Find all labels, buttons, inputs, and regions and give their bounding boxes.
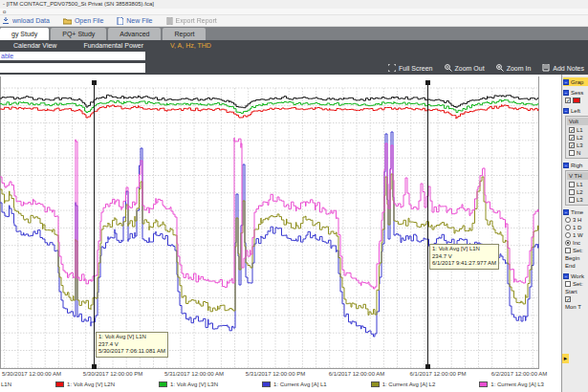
legend-item[interactable]: 1: Current Avg [A] L3 — [479, 381, 544, 387]
main-toolbar: wnload DataOpen FileNew FileExport Repor… — [0, 15, 588, 27]
view-button-label: Full Screen — [399, 65, 432, 72]
checkbox[interactable] — [569, 197, 575, 203]
x-tick-label: 6/2/2017 12:00:00 AM — [491, 371, 548, 377]
legend-item[interactable]: 1: Current Avg [A] L1 — [262, 381, 327, 387]
toolbar-button-label: New File — [126, 17, 152, 24]
collapse-icon[interactable]: − — [563, 108, 569, 114]
sidebar-row: Begin — [565, 254, 588, 262]
radio-button[interactable] — [565, 240, 571, 246]
zoom-in-icon — [496, 64, 504, 72]
section-header-sess[interactable]: −Sess — [563, 88, 588, 97]
window-title: - [ITM CONTACT_PDV07500_St Privat (SN 38… — [0, 0, 588, 9]
legend-swatch — [479, 381, 488, 387]
nav-item-fundamental-power[interactable]: Fundamental Power — [70, 42, 157, 49]
row-label: Begin — [565, 255, 579, 261]
sidebar-row: Inc — [565, 239, 588, 247]
panel-title: Volt — [567, 118, 588, 125]
checkbox[interactable]: ✓ — [565, 98, 571, 103]
tab-pq-study[interactable]: PQ+ Study — [51, 28, 106, 40]
radio-button[interactable] — [565, 232, 571, 238]
table-link[interactable]: able — [0, 52, 145, 60]
tab-report[interactable]: Report — [163, 28, 206, 40]
wnload-data-button[interactable]: wnload Data — [2, 17, 50, 25]
toolbar-button-label: Open File — [75, 17, 103, 24]
chart-view-toolbar: Full ScreenZoom OutZoom InAdd Notes — [388, 61, 584, 75]
download-icon — [2, 17, 10, 25]
checkbox[interactable]: ✓ — [569, 127, 575, 133]
section-label: Work — [571, 273, 584, 279]
x-tick-label: 6/1/2017 12:00:00 PM — [409, 371, 466, 377]
row-label: Set: — [573, 281, 583, 287]
zoom-out-button[interactable]: Zoom Out — [445, 64, 485, 72]
collapse-icon[interactable]: − — [563, 79, 569, 85]
channel-row: L2 — [569, 188, 588, 196]
cursor-top-handle[interactable] — [425, 80, 430, 85]
nav-item-calendar-view[interactable]: Calendar View — [0, 42, 70, 49]
channel-label: L3 — [577, 142, 583, 148]
section-label: Grap — [571, 79, 583, 85]
sidebar-content: −Grap−Sess✓−LeftVolt✓L1✓L2✓L3N−RighV THL… — [562, 75, 588, 311]
legend-swatch — [55, 381, 64, 387]
filter-bar-2: Full ScreenZoom OutZoom InAdd Notes — [0, 61, 588, 75]
new-file-button[interactable]: New File — [117, 17, 152, 25]
section-header-grap[interactable]: −Grap — [563, 77, 588, 86]
legend-item[interactable]: 1: Volt Avg [V] L3N — [159, 381, 218, 387]
collapse-icon[interactable]: − — [563, 273, 569, 279]
session-color-swatch — [573, 98, 580, 103]
panel-expand-handle[interactable]: ► — [562, 354, 569, 363]
checkbox[interactable]: ✓ — [569, 135, 575, 141]
tab-gy-study[interactable]: gy Study — [0, 28, 49, 40]
checkbox[interactable] — [569, 182, 575, 187]
tooltip-line: 1: Volt Avg [V] L1N — [98, 334, 165, 341]
add-notes-button[interactable]: Add Notes — [542, 64, 584, 72]
collapse-icon[interactable]: − — [563, 163, 569, 168]
checkbox[interactable]: ✓ — [569, 142, 575, 148]
section-header-work[interactable]: −Work — [563, 272, 588, 280]
legend-label: 1: Volt Avg [V] L2N — [67, 381, 115, 387]
legend-swatch — [262, 381, 271, 387]
cursor-1[interactable] — [94, 82, 95, 368]
legend-label: L1N — [1, 381, 11, 387]
section-header-righ[interactable]: −Righ — [563, 161, 588, 169]
time-series-plot[interactable] — [0, 75, 561, 392]
sidebar-row: End — [565, 262, 588, 270]
full-screen-icon — [388, 64, 396, 72]
tab-strip: gy StudyPQ+ StudyAdvancedReport — [0, 27, 588, 40]
tab-advanced[interactable]: Advanced — [108, 28, 161, 40]
radio-button[interactable] — [565, 217, 571, 223]
legend-item[interactable]: L1N — [1, 381, 11, 387]
checkbox[interactable] — [569, 189, 575, 195]
collapse-icon[interactable]: − — [563, 90, 569, 96]
checkbox[interactable]: ✓ — [565, 296, 571, 302]
filter-input[interactable] — [0, 63, 145, 73]
cursor-2[interactable] — [427, 82, 428, 368]
collapse-icon[interactable]: − — [563, 209, 569, 215]
row-label: Start — [565, 289, 577, 294]
cursor-top-handle[interactable] — [92, 80, 97, 85]
section-header-left[interactable]: −Left — [563, 106, 588, 115]
x-axis-tick-labels: 5/30/2017 12:00:00 AM5/30/2017 12:00:00 … — [0, 371, 561, 379]
nav-item-v-a-hz-thd[interactable]: V, A, Hz, THD — [157, 42, 225, 49]
sidebar-row: Set: — [565, 247, 588, 254]
cursor-bottom-handle[interactable] — [92, 364, 97, 369]
legend-item[interactable]: 1: Volt Avg [V] L2N — [55, 381, 115, 387]
radio-button[interactable] — [565, 225, 571, 230]
zoom-in-button[interactable]: Zoom In — [496, 64, 532, 72]
checkbox[interactable] — [569, 150, 575, 156]
channel-label: L3 — [577, 197, 583, 203]
legend-label: 1: Volt Avg [V] L3N — [170, 381, 218, 387]
cursor-bottom-handle[interactable] — [425, 364, 430, 369]
add-notes-icon — [542, 64, 550, 72]
channel-label: N — [577, 150, 580, 156]
menu-bar[interactable]: o — [0, 9, 588, 15]
section-header-time[interactable]: −Time — [563, 207, 588, 216]
open-file-button[interactable]: Open File — [63, 17, 103, 25]
new-file-icon — [117, 17, 123, 25]
cursor-tooltip-1: 1: Volt Avg [V] L1N237.4 V5/30/2017 7:06… — [96, 332, 168, 358]
legend-item[interactable]: 1: Current Avg [A] L2 — [371, 381, 436, 387]
checkbox[interactable] — [565, 281, 571, 287]
checkbox[interactable] — [565, 248, 571, 253]
sidebar-row: Mon T — [565, 303, 588, 311]
full-screen-button[interactable]: Full Screen — [388, 64, 432, 72]
chart-area[interactable]: 5/30/2017 12:00:00 AM5/30/2017 12:00:00 … — [0, 75, 561, 392]
